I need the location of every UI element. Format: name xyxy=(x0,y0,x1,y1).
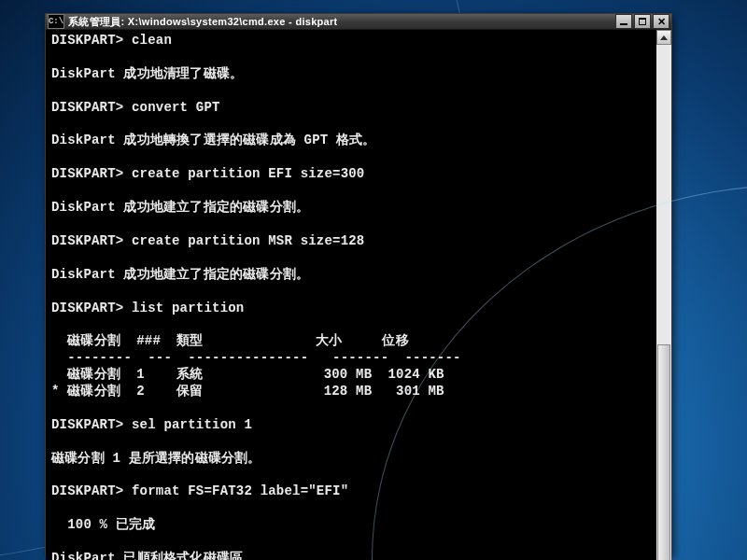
terminal-line xyxy=(51,250,653,267)
cmd-icon: C:\ xyxy=(48,14,64,29)
close-icon: ✕ xyxy=(657,17,666,27)
terminal-line xyxy=(51,434,653,451)
terminal-line: DiskPart 成功地轉換了選擇的磁碟成為 GPT 格式。 xyxy=(51,133,653,149)
vertical-scrollbar[interactable] xyxy=(656,30,671,560)
terminal-line: DISKPART> create partition MSR size=128 xyxy=(51,233,653,250)
terminal-line: DiskPart 成功地建立了指定的磁碟分割。 xyxy=(51,267,653,284)
terminal-line: 磁碟分割 1 是所選擇的磁碟分割。 xyxy=(51,451,653,468)
terminal-line xyxy=(51,183,653,200)
terminal-line xyxy=(51,468,653,484)
terminal-line xyxy=(51,117,653,133)
scroll-thumb[interactable] xyxy=(657,344,670,560)
terminal-line xyxy=(51,500,653,517)
titlebar[interactable]: C:\ 系統管理員: X:\windows\system32\cmd.exe -… xyxy=(46,14,671,29)
terminal-line xyxy=(51,400,653,417)
terminal-line: DISKPART> format FS=FAT32 label="EFI" xyxy=(51,483,653,500)
terminal-line: 100 % 已完成 xyxy=(51,517,653,534)
terminal-line xyxy=(51,534,653,551)
terminal-line: DiskPart 成功地建立了指定的磁碟分割。 xyxy=(51,200,653,217)
terminal-line: -------- --- --------------- ------- ---… xyxy=(51,350,653,367)
terminal-output[interactable]: DISKPART> clean DiskPart 成功地清理了磁碟。 DISKP… xyxy=(46,30,656,560)
terminal-line: 磁碟分割 1 系統 300 MB 1024 KB xyxy=(51,367,653,384)
terminal-line xyxy=(51,149,653,166)
close-button[interactable]: ✕ xyxy=(653,14,669,29)
terminal-line xyxy=(51,49,653,66)
terminal-line: DiskPart 成功地清理了磁碟。 xyxy=(51,66,653,83)
scroll-track[interactable] xyxy=(656,45,671,560)
window-title: 系統管理員: X:\windows\system32\cmd.exe - dis… xyxy=(68,15,613,29)
terminal-line: DISKPART> sel partition 1 xyxy=(51,417,653,434)
window-controls: ✕ xyxy=(613,14,669,29)
terminal-line: DISKPART> create partition EFI size=300 xyxy=(51,166,653,183)
cmd-icon-text: C:\ xyxy=(49,17,63,26)
terminal-line xyxy=(51,217,653,233)
cmd-window: C:\ 系統管理員: X:\windows\system32\cmd.exe -… xyxy=(45,13,672,556)
terminal-line: DISKPART> convert GPT xyxy=(51,100,653,117)
chevron-up-icon xyxy=(660,35,668,40)
terminal-line xyxy=(51,83,653,100)
terminal-line: DISKPART> list partition xyxy=(51,301,653,317)
minimize-icon xyxy=(620,23,627,25)
client-area: DISKPART> clean DiskPart 成功地清理了磁碟。 DISKP… xyxy=(46,29,671,560)
terminal-line: 磁碟分割 ### 類型 大小 位移 xyxy=(51,333,653,350)
maximize-icon xyxy=(639,18,646,25)
minimize-button[interactable] xyxy=(615,14,632,29)
terminal-line xyxy=(51,284,653,301)
terminal-line: DiskPart 已順利格式化磁碟區。 xyxy=(51,551,653,560)
terminal-line: * 磁碟分割 2 保留 128 MB 301 MB xyxy=(51,384,653,400)
terminal-line xyxy=(51,316,653,333)
terminal-line: DISKPART> clean xyxy=(51,33,653,49)
scroll-up-button[interactable] xyxy=(656,30,671,45)
maximize-button[interactable] xyxy=(634,14,651,29)
